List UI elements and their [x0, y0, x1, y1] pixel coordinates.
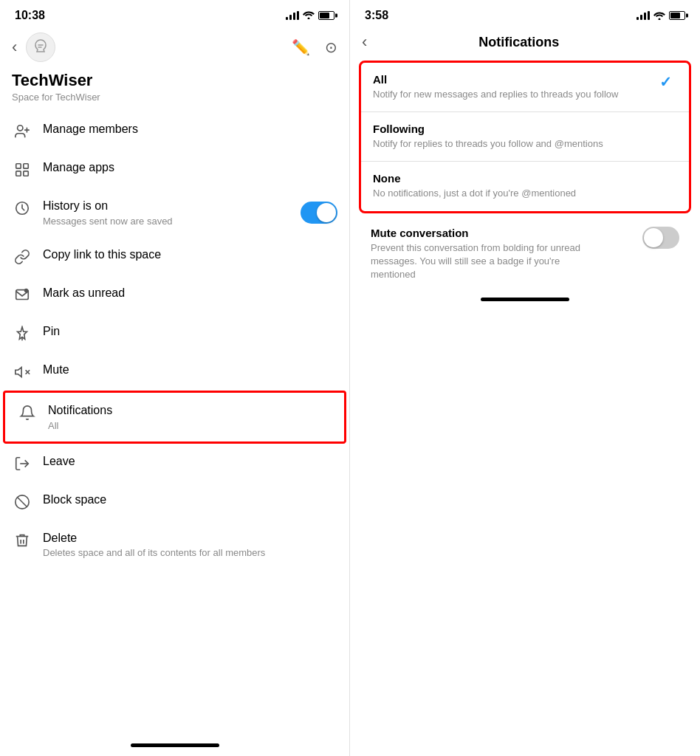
mark-unread-title: Mark as unread	[43, 286, 337, 301]
mute-text: Mute	[43, 362, 337, 378]
notif-none-desc: No notifications, just a dot if you're @…	[373, 187, 576, 200]
svg-rect-3	[16, 171, 21, 176]
menu-item-copy-link[interactable]: Copy link to this space	[0, 237, 349, 275]
block-text: Block space	[43, 492, 337, 508]
svg-rect-2	[24, 164, 28, 168]
space-name: TechWiser	[0, 68, 349, 92]
manage-apps-text: Manage apps	[43, 160, 337, 176]
mark-unread-icon	[12, 287, 32, 303]
notif-option-following[interactable]: Following Notify for replies to threads …	[361, 112, 689, 162]
svg-point-7	[24, 289, 29, 293]
right-status-icons	[636, 10, 685, 22]
mark-unread-text: Mark as unread	[43, 286, 337, 301]
mute-title: Mute	[43, 362, 337, 378]
mute-section: Mute conversation Prevent this conversat…	[359, 216, 691, 292]
menu-item-block[interactable]: Block space	[0, 482, 349, 520]
right-page-title: Notifications	[478, 35, 559, 50]
more-options-icon[interactable]: ⊙	[325, 38, 337, 56]
leave-icon	[12, 456, 32, 472]
menu-item-notifications[interactable]: Notifications All	[3, 391, 346, 444]
mute-toggle[interactable]	[642, 227, 679, 249]
left-top-nav: ‹ ✏️ ⊙	[0, 27, 349, 68]
pin-text: Pin	[43, 324, 337, 340]
menu-item-delete[interactable]: Delete Deletes space and all of its cont…	[0, 520, 349, 569]
right-wifi-icon	[653, 10, 665, 22]
signal-icon	[286, 11, 299, 20]
delete-title: Delete	[43, 531, 337, 546]
pin-icon	[12, 326, 32, 342]
notifications-options-box: All Notify for new messages and replies …	[359, 61, 691, 213]
left-status-bar: 10:38	[0, 0, 349, 27]
svg-marker-9	[16, 367, 21, 377]
manage-members-icon	[12, 123, 32, 140]
mute-content: Mute conversation Prevent this conversat…	[371, 227, 634, 282]
notif-none-text: None No notifications, just a dot if you…	[373, 172, 576, 200]
notifications-icon	[17, 405, 38, 421]
notif-following-title: Following	[373, 123, 603, 135]
leave-title: Leave	[43, 454, 337, 470]
right-panel: 3:58 ‹ Notifications	[350, 0, 700, 756]
pin-title: Pin	[43, 324, 337, 340]
svg-rect-1	[16, 164, 21, 168]
menu-list: Manage members Manage apps	[0, 111, 349, 738]
mute-icon	[12, 364, 32, 380]
delete-subtitle: Deletes space and all of its contents fo…	[43, 547, 337, 558]
copy-link-icon	[12, 249, 32, 265]
left-time: 10:38	[15, 9, 45, 22]
notif-all-checkmark: ✓	[659, 73, 677, 91]
block-title: Block space	[43, 492, 337, 508]
mute-title: Mute conversation	[371, 227, 634, 239]
nav-right: ✏️ ⊙	[292, 38, 337, 56]
menu-item-leave[interactable]: Leave	[0, 444, 349, 482]
right-back-button[interactable]: ‹	[362, 32, 367, 52]
notif-option-none[interactable]: None No notifications, just a dot if you…	[361, 162, 689, 210]
nav-left: ‹	[12, 32, 55, 62]
notif-all-desc: Notify for new messages and replies to t…	[373, 88, 618, 101]
menu-item-manage-apps[interactable]: Manage apps	[0, 150, 349, 188]
menu-item-mute[interactable]: Mute	[0, 352, 349, 391]
notif-all-title: All	[373, 73, 618, 86]
battery-icon	[318, 11, 334, 20]
menu-item-mark-unread[interactable]: Mark as unread	[0, 275, 349, 314]
notif-following-desc: Notify for replies to threads you follow…	[373, 137, 603, 151]
left-panel: 10:38 ‹	[0, 0, 350, 756]
delete-icon	[12, 532, 32, 549]
right-signal-icon	[636, 11, 650, 20]
right-battery-icon	[669, 11, 685, 20]
space-subtitle: Space for TechWiser	[0, 92, 349, 111]
space-avatar[interactable]	[26, 32, 55, 62]
notif-all-text: All Notify for new messages and replies …	[373, 73, 618, 101]
right-top-nav: ‹ Notifications	[350, 27, 700, 61]
right-time: 3:58	[365, 9, 388, 22]
notif-option-all[interactable]: All Notify for new messages and replies …	[361, 63, 689, 112]
copy-link-title: Copy link to this space	[43, 247, 337, 263]
manage-apps-icon	[12, 162, 32, 178]
manage-members-title: Manage members	[43, 122, 337, 137]
history-subtitle: Messages sent now are saved	[43, 216, 301, 227]
leave-text: Leave	[43, 454, 337, 470]
block-icon	[12, 494, 32, 510]
notifications-text: Notifications All	[48, 403, 332, 431]
back-button[interactable]: ‹	[12, 38, 17, 57]
notif-following-text: Following Notify for replies to threads …	[373, 123, 603, 151]
menu-item-pin[interactable]: Pin	[0, 314, 349, 352]
copy-link-text: Copy link to this space	[43, 247, 337, 263]
edit-icon[interactable]: ✏️	[292, 38, 310, 56]
menu-item-history[interactable]: History is on Messages sent now are save…	[0, 188, 349, 237]
history-title: History is on	[43, 199, 301, 214]
notif-none-title: None	[373, 172, 576, 185]
history-text: History is on Messages sent now are save…	[43, 199, 301, 227]
mute-row: Mute conversation Prevent this conversat…	[371, 227, 679, 282]
manage-apps-title: Manage apps	[43, 160, 337, 176]
svg-point-0	[18, 126, 23, 131]
delete-text: Delete Deletes space and all of its cont…	[43, 531, 337, 559]
history-toggle[interactable]	[301, 202, 337, 224]
left-status-icons	[286, 10, 334, 21]
wifi-icon	[303, 10, 315, 21]
right-home-indicator	[481, 298, 569, 301]
svg-rect-4	[24, 171, 28, 176]
notifications-subtitle: All	[48, 420, 332, 431]
menu-item-manage-members[interactable]: Manage members	[0, 111, 349, 150]
notifications-title: Notifications	[48, 403, 332, 419]
right-status-bar: 3:58	[350, 0, 700, 27]
